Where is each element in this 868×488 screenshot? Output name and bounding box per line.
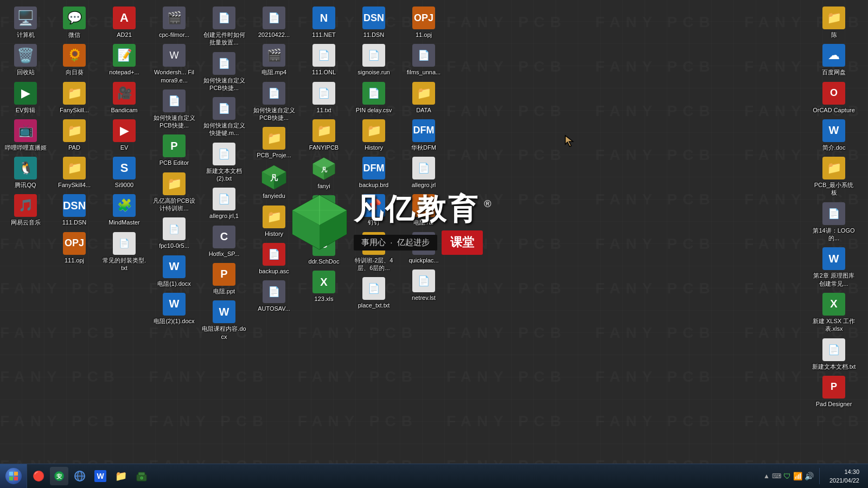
taskbar-right: ▲ ⌨ 🛡 📶 🔊 14:30 2021/04/22	[759, 464, 868, 488]
icon-signoiserun[interactable]: 📄 signoise.run	[350, 42, 397, 78]
icon-autosav[interactable]: 📄 AUTOSAV...	[251, 278, 297, 314]
icon-sunflower[interactable]: 🌻 向日葵	[51, 42, 98, 78]
icon-123xls[interactable]: X 123.xls	[301, 268, 347, 305]
svg-rect-28	[138, 472, 145, 476]
tray-security: 🛡	[783, 472, 791, 480]
icon-fpc10[interactable]: 📄 fpc10-0r5...	[151, 215, 197, 252]
icon-kuaijie2[interactable]: 📄 如何快速自定义PCB快捷...	[201, 50, 247, 94]
icon-fanyskill1[interactable]: 📁 FanySkill...	[51, 80, 98, 116]
taskbar-icon-red[interactable]: 🔴	[29, 467, 48, 485]
icon-notepad[interactable]: 📝 notepad+...	[101, 42, 148, 78]
icon-xinjian-txt2[interactable]: 📄 新建文本文档(2).txt	[201, 140, 247, 185]
svg-text:凡: 凡	[270, 174, 278, 182]
icon-11dsn[interactable]: DSN 11.DSN	[350, 4, 397, 41]
icon-mindmaster[interactable]: 🧩 MindMaster	[101, 192, 148, 228]
icon-allegrojrl1[interactable]: 📄 allegro.jrl,1	[201, 185, 247, 222]
icon-pcb-zuixiao[interactable]: 📁 PCB_最小系统板	[810, 155, 857, 199]
icon-111opj[interactable]: OPJ 111.opj	[51, 230, 98, 266]
icon-huaqiu-dfm[interactable]: DFM 华秋DFM	[400, 117, 447, 153]
taskbar-icon-folder[interactable]: 📁	[112, 467, 130, 485]
icon-fanyskill4[interactable]: 📁 FanySkill4...	[51, 155, 98, 191]
icon-20210422[interactable]: 📄 20210422...	[251, 4, 297, 41]
icon-chen-folder[interactable]: 📁 陈	[810, 4, 857, 41]
icon-dianzu-mp4[interactable]: 🎬 电阻.mp4	[251, 42, 297, 78]
icon-chuangjian[interactable]: 📄 创建元件时如何批量放置...	[201, 4, 247, 49]
icon-111net[interactable]: N 111.NET	[301, 4, 347, 41]
icon-11opj[interactable]: OPJ 11.opj	[400, 4, 447, 41]
svg-rect-20	[14, 477, 18, 480]
sys-tray: ▲ ⌨ 🛡 📶 🔊	[763, 472, 814, 480]
icon-jianjie-doc[interactable]: W 简介.doc	[810, 117, 857, 153]
icon-fengzhuang[interactable]: 📄 常见的封装类型.txt	[101, 230, 148, 274]
brand-reg: ®	[484, 198, 491, 210]
icon-si9000[interactable]: S Si9000	[101, 155, 148, 191]
windows-logo-icon	[9, 471, 18, 481]
icon-di2zhang[interactable]: W 第2章 原理图库创建常见...	[810, 245, 857, 290]
icon-kuaijie3[interactable]: 📄 如何快速自定义快捷键.m...	[201, 95, 247, 139]
icon-bilibili[interactable]: 📺 哔哩哔哩直播姬	[2, 117, 49, 153]
taskbar-items: 🔴 安 W 📁 ⚙	[27, 464, 759, 488]
icon-cpc-filmor[interactable]: 🎬 cpc-filmor...	[151, 4, 197, 41]
brand-text: 凡亿教育 ® 事用心 · 亿起进步 课堂	[354, 190, 491, 255]
svg-text:安: 安	[56, 473, 62, 479]
icon-ad21[interactable]: A AD21	[101, 4, 148, 41]
icon-kuaijie4[interactable]: 📄 如何快速自定义PCB快捷...	[251, 80, 297, 124]
icon-kuaijiejian[interactable]: 📄 如何快速自定义PCB快捷...	[151, 87, 197, 132]
start-orb	[5, 468, 22, 484]
icon-xinjian-xlsx[interactable]: X 新建 XLSX 工作表.xlsx	[810, 291, 857, 335]
brand-name: 凡亿教育	[354, 190, 480, 229]
brand-tagline: 事用心 · 亿起进步	[354, 235, 437, 251]
icon-qq[interactable]: 🐧 腾讯QQ	[2, 155, 49, 191]
icon-dianz1docx[interactable]: W 电阻(1).docx	[151, 253, 197, 290]
icon-computer[interactable]: 🖥️ 计算机	[2, 4, 49, 41]
icon-hotfix-sp[interactable]: C Hotfix_SP...	[201, 223, 247, 260]
icon-fanyi-gaojie[interactable]: 📁 凡亿高阶PCB设计特训班...	[151, 170, 197, 215]
brand-course-badge: 课堂	[442, 230, 483, 255]
icon-data[interactable]: 📁 DATA	[400, 80, 447, 116]
tray-keyboard: ⌨	[772, 472, 781, 480]
icon-place-txt[interactable]: 📄 place_txt.txt	[350, 275, 397, 311]
icon-111dsn[interactable]: DSN 111.DSN	[51, 192, 98, 228]
svg-text:凡: 凡	[321, 166, 328, 173]
taskbar: 🔴 安 W 📁 ⚙	[0, 464, 868, 488]
icon-di14jiang[interactable]: 📄 第14讲：LOGO的...	[810, 200, 857, 245]
tray-expand[interactable]: ▲	[763, 472, 770, 480]
svg-text:⚙: ⚙	[140, 476, 143, 480]
icon-pad[interactable]: 📁 PAD	[51, 117, 98, 153]
svg-rect-19	[9, 477, 13, 480]
icon-111onl[interactable]: 📄 111.ONL	[301, 42, 347, 78]
tray-network: 📶	[793, 472, 802, 480]
icon-oracad[interactable]: O OrCAD Capture	[810, 80, 857, 116]
taskbar-icon-tool[interactable]: ⚙	[132, 467, 151, 485]
icon-dianzuppt[interactable]: P 电阻.ppt	[201, 261, 247, 297]
icon-dianz21docx[interactable]: W 电阻(2)(1).docx	[151, 291, 197, 327]
taskbar-icon-browser[interactable]	[71, 467, 89, 485]
clock-date: 2021/04/22	[829, 476, 859, 485]
taskbar-clock[interactable]: 14:30 2021/04/22	[825, 467, 864, 485]
icon-fanyipcb[interactable]: 📁 FANYIPCB	[301, 117, 347, 153]
icon-wechat[interactable]: 💬 微信	[51, 4, 98, 41]
icon-xinjian-txt[interactable]: 📄 新建文本文档.txt	[810, 336, 857, 373]
icon-baidu-pan[interactable]: ☁ 百度网盘	[810, 42, 857, 78]
icon-recycle[interactable]: 🗑️ 回收站	[2, 42, 49, 78]
taskbar-icon-360[interactable]: 安	[50, 467, 68, 485]
icon-11txt[interactable]: 📄 11.txt	[301, 80, 347, 116]
icon-history2[interactable]: 📁 History	[350, 117, 397, 153]
icon-wondersh[interactable]: W Wondersh... Filmora9.e...	[151, 42, 197, 86]
svg-rect-18	[14, 472, 18, 476]
clock-time: 14:30	[829, 467, 859, 477]
icon-bandicam[interactable]: 🎥 Bandicam	[101, 80, 148, 116]
icon-pindelay[interactable]: 📄 PIN delay.csv	[350, 80, 397, 116]
tray-volume: 🔊	[805, 472, 814, 480]
icon-filmsunna[interactable]: 📄 films_unna...	[400, 42, 447, 78]
icon-ev-cut[interactable]: ▶ EV剪辑	[2, 80, 49, 116]
icon-dianzukecheng[interactable]: W 电阻课程内容.docx	[201, 298, 247, 343]
taskbar-icon-word[interactable]: W	[91, 467, 110, 485]
icon-music[interactable]: 🎵 网易云音乐	[2, 192, 49, 228]
icon-netrev[interactable]: 📄 netrev.lst	[400, 267, 447, 304]
start-button[interactable]	[0, 464, 27, 489]
icon-pad-designer[interactable]: P Pad Designer	[810, 374, 857, 410]
icon-pcb-proje[interactable]: 📁 PCB_Proje...	[251, 125, 297, 161]
icon-pcb-editor[interactable]: P PCB Editor	[151, 132, 197, 169]
icon-ev[interactable]: ▶ EV	[101, 117, 148, 153]
